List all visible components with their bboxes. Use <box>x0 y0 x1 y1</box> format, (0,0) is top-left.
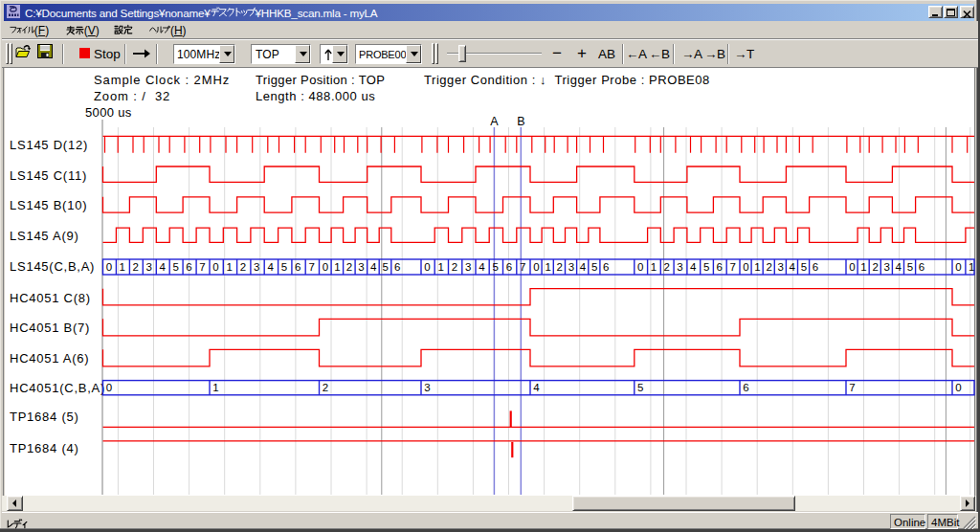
svg-text:1: 1 <box>212 382 218 393</box>
svg-text:0: 0 <box>323 261 328 273</box>
svg-text:6: 6 <box>743 382 748 393</box>
svg-text:3: 3 <box>146 261 152 273</box>
svg-text:TP1684 (4): TP1684 (4) <box>10 441 79 455</box>
svg-text:4: 4 <box>370 261 377 273</box>
svg-text:3: 3 <box>424 382 430 393</box>
svg-text:0: 0 <box>533 261 539 273</box>
svg-text:5: 5 <box>703 261 709 273</box>
svg-text:1: 1 <box>334 261 340 273</box>
svg-text:1: 1 <box>437 261 443 273</box>
svg-text:4: 4 <box>267 261 274 273</box>
svg-text:1: 1 <box>120 261 125 273</box>
svg-text:0: 0 <box>955 382 961 393</box>
svg-text:5: 5 <box>382 261 388 273</box>
svg-text:2: 2 <box>766 261 771 273</box>
svg-text:LS145 D(12): LS145 D(12) <box>10 138 88 152</box>
svg-text:TP1684 (5): TP1684 (5) <box>10 410 79 424</box>
svg-text:3: 3 <box>254 261 259 273</box>
svg-text:6: 6 <box>919 261 924 273</box>
svg-text:6: 6 <box>603 261 609 273</box>
svg-text:Trigger Position : TOP: Trigger Position : TOP <box>256 73 385 87</box>
svg-text:3: 3 <box>358 261 364 273</box>
svg-text:B: B <box>517 115 524 128</box>
svg-text:1: 1 <box>651 261 657 273</box>
svg-text:7: 7 <box>520 261 525 273</box>
svg-text:3: 3 <box>465 261 471 273</box>
svg-text:4: 4 <box>160 261 167 273</box>
svg-text:LS145 A(9): LS145 A(9) <box>10 229 79 243</box>
svg-text:3: 3 <box>677 261 682 273</box>
svg-text:1: 1 <box>969 261 974 273</box>
svg-text:5: 5 <box>801 261 807 273</box>
svg-text:LS145 B(10): LS145 B(10) <box>10 198 87 212</box>
svg-text:HC4051 B(7): HC4051 B(7) <box>10 321 90 335</box>
svg-text:6: 6 <box>717 261 723 273</box>
svg-text:4: 4 <box>479 261 485 273</box>
svg-text:6: 6 <box>506 261 512 273</box>
svg-text:HC4051(C,B,A): HC4051(C,B,A) <box>10 381 105 395</box>
svg-text:HC4051 A(6): HC4051 A(6) <box>10 351 89 366</box>
svg-text:HC4051 C(8): HC4051 C(8) <box>10 291 91 305</box>
svg-text:1: 1 <box>545 261 550 273</box>
svg-text:0: 0 <box>106 382 112 393</box>
svg-text:3: 3 <box>568 261 574 273</box>
svg-text:Zoom : / 32: Zoom : / 32 <box>94 89 170 103</box>
svg-text:2: 2 <box>323 382 328 393</box>
svg-text:7: 7 <box>199 261 205 273</box>
svg-text:2: 2 <box>346 261 352 273</box>
svg-text:6: 6 <box>295 261 301 273</box>
svg-text:2: 2 <box>872 261 878 273</box>
svg-text:6: 6 <box>813 261 818 273</box>
svg-text:1: 1 <box>227 261 233 273</box>
svg-text:2: 2 <box>664 261 670 273</box>
svg-text:Sample Clock : 2MHz: Sample Clock : 2MHz <box>94 73 230 87</box>
svg-text:0: 0 <box>743 261 748 273</box>
svg-text:5000 us: 5000 us <box>85 105 132 120</box>
svg-text:LS145 C(11): LS145 C(11) <box>10 168 87 183</box>
svg-text:0: 0 <box>212 261 218 273</box>
svg-text:7: 7 <box>308 261 314 273</box>
svg-text:2: 2 <box>557 261 563 273</box>
svg-text:7: 7 <box>729 261 735 273</box>
svg-text:4: 4 <box>790 261 796 273</box>
svg-text:1: 1 <box>754 261 760 273</box>
svg-text:5: 5 <box>907 261 913 273</box>
svg-text:5: 5 <box>281 261 287 273</box>
svg-text:0: 0 <box>424 261 430 273</box>
svg-text:LS145(C,B,A): LS145(C,B,A) <box>10 259 95 274</box>
svg-text:2: 2 <box>452 261 457 273</box>
svg-text:6: 6 <box>394 261 400 273</box>
svg-text:4: 4 <box>533 382 540 393</box>
svg-text:4: 4 <box>896 261 902 273</box>
svg-text:5: 5 <box>172 261 178 273</box>
svg-text:5: 5 <box>591 261 597 273</box>
svg-text:Trigger Condition : ↓ Trigger: Trigger Condition : ↓ Trigger Probe : PR… <box>424 73 710 87</box>
svg-text:5: 5 <box>637 382 643 393</box>
svg-text:1: 1 <box>860 261 866 273</box>
svg-text:7: 7 <box>849 382 855 393</box>
svg-text:0: 0 <box>637 261 643 273</box>
svg-text:4: 4 <box>580 261 587 273</box>
svg-text:2: 2 <box>133 261 139 273</box>
svg-text:2: 2 <box>240 261 246 273</box>
svg-text:0: 0 <box>955 261 961 273</box>
svg-text:4: 4 <box>690 261 697 273</box>
svg-text:Length : 488.000 us: Length : 488.000 us <box>256 89 375 103</box>
svg-text:0: 0 <box>849 261 855 273</box>
svg-text:0: 0 <box>106 261 112 273</box>
svg-text:6: 6 <box>186 261 191 273</box>
svg-text:3: 3 <box>778 261 784 273</box>
svg-text:A: A <box>490 115 499 128</box>
svg-text:3: 3 <box>884 261 890 273</box>
svg-text:5: 5 <box>493 261 499 273</box>
